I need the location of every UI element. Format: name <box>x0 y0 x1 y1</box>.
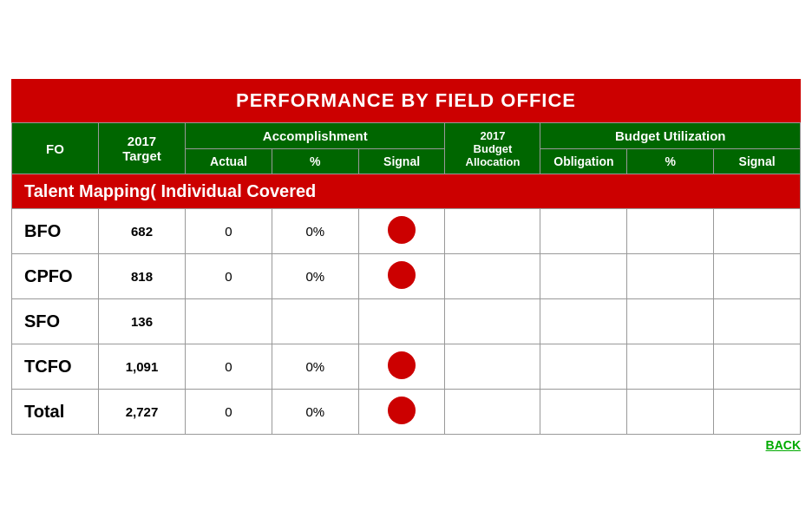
budget-pct-cell <box>627 209 714 254</box>
signal-circle <box>388 216 416 244</box>
col-header-fo: FO <box>12 123 99 174</box>
signal-cell <box>358 209 445 254</box>
obligation-cell <box>540 390 627 435</box>
budget-alloc-cell <box>445 390 540 435</box>
percent-cell: 0% <box>272 209 358 254</box>
page-title: PERFORMANCE BY FIELD OFFICE <box>11 79 801 122</box>
budget-alloc-cell <box>445 299 540 344</box>
subheader-percent: % <box>272 149 358 174</box>
budget-alloc-cell <box>445 344 540 390</box>
budget-signal-cell <box>714 390 801 435</box>
target-cell: 1,091 <box>99 344 186 390</box>
target-cell: 682 <box>99 209 186 254</box>
percent-cell: 0% <box>272 390 358 435</box>
signal-cell <box>358 390 445 435</box>
subheader-signal: Signal <box>358 149 445 174</box>
col-header-budget-allocation: 2017BudgetAllocation <box>445 123 540 174</box>
fo-cell: Total <box>12 390 99 435</box>
signal-circle <box>388 261 416 289</box>
signal-cell <box>358 344 445 390</box>
fo-cell: SFO <box>12 299 99 344</box>
table-row: TCFO1,09100% <box>12 344 801 390</box>
subheader-actual: Actual <box>186 149 272 174</box>
subheader-obligation: Obligation <box>540 149 627 174</box>
signal-circle <box>388 397 416 424</box>
actual-cell: 0 <box>186 390 272 435</box>
percent-cell: 0% <box>272 254 358 299</box>
col-header-target: 2017Target <box>99 123 186 174</box>
col-header-budget-utilization: Budget Utilization <box>540 123 801 149</box>
fo-cell: BFO <box>12 209 99 254</box>
signal-cell <box>358 299 445 344</box>
budget-alloc-cell <box>445 254 540 299</box>
main-container: PERFORMANCE BY FIELD OFFICE FO 2017Targe… <box>11 79 801 452</box>
target-cell: 136 <box>99 299 186 344</box>
percent-cell: 0% <box>272 344 358 390</box>
signal-cell <box>358 254 445 299</box>
actual-cell: 0 <box>186 344 272 390</box>
obligation-cell <box>540 299 627 344</box>
budget-signal-cell <box>714 254 801 299</box>
col-header-accomplishment: Accomplishment <box>186 123 445 149</box>
table-row: BFO68200% <box>12 209 801 254</box>
budget-pct-cell <box>627 254 714 299</box>
budget-pct-cell <box>627 390 714 435</box>
percent-cell <box>272 299 358 344</box>
table-row: SFO136 <box>12 299 801 344</box>
table-row: Total2,72700% <box>12 390 801 435</box>
budget-pct-cell <box>627 299 714 344</box>
budget-signal-cell <box>714 344 801 390</box>
budget-pct-cell <box>627 344 714 390</box>
obligation-cell <box>540 209 627 254</box>
signal-circle <box>388 351 416 379</box>
target-cell: 818 <box>99 254 186 299</box>
budget-signal-cell <box>714 209 801 254</box>
subheader-signal2: Signal <box>714 149 801 174</box>
actual-cell: 0 <box>186 209 272 254</box>
subheader-percent2: % <box>627 149 714 174</box>
obligation-cell <box>540 254 627 299</box>
actual-cell <box>186 299 272 344</box>
table-row: CPFO81800% <box>12 254 801 299</box>
back-link[interactable]: BACK <box>11 435 801 452</box>
fo-cell: TCFO <box>12 344 99 390</box>
actual-cell: 0 <box>186 254 272 299</box>
budget-signal-cell <box>714 299 801 344</box>
fo-cell: CPFO <box>12 254 99 299</box>
performance-table: FO 2017Target Accomplishment 2017BudgetA… <box>11 122 801 435</box>
obligation-cell <box>540 344 627 390</box>
section-row: Talent Mapping( Individual Covered <box>12 174 801 209</box>
target-cell: 2,727 <box>99 390 186 435</box>
budget-alloc-cell <box>445 209 540 254</box>
section-label: Talent Mapping( Individual Covered <box>12 174 801 209</box>
